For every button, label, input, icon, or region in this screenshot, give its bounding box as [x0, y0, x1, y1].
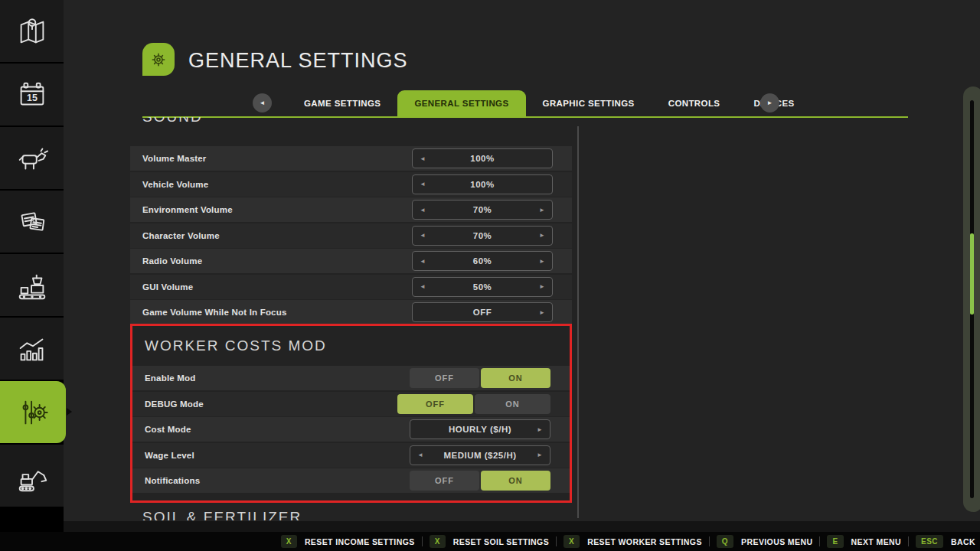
setting-label: Volume Master [142, 154, 207, 163]
debug-mode-toggle: OFF ON [397, 394, 550, 414]
tabs-prev-button[interactable]: ◄ [253, 93, 272, 112]
setting-row-radio-volume[interactable]: Radio Volume ◄ 60% ► [130, 249, 572, 273]
gear-icon [146, 47, 171, 72]
hint-next-menu[interactable]: E NEXT MENU [827, 535, 901, 548]
hint-back[interactable]: ESC BACK [916, 535, 975, 548]
sound-settings-list: Volume Master ◄ 100% Vehicle Volume ◄ 10… [130, 146, 572, 326]
enable-mod-on-button[interactable]: ON [481, 368, 550, 388]
setting-row-cost-mode[interactable]: Cost Mode HOURLY ($/H) ► [132, 417, 570, 442]
setting-row-gui-volume[interactable]: GUI Volume ◄ 50% ► [130, 275, 572, 299]
setting-row-vehicle-volume[interactable]: Vehicle Volume ◄ 100% [130, 172, 572, 197]
hint-label: RESET WORKER SETTINGS [587, 537, 702, 546]
enable-mod-off-button[interactable]: OFF [410, 368, 479, 388]
stepper-decrease-icon[interactable]: ◄ [420, 149, 426, 168]
environment-volume-stepper[interactable]: ◄ 70% ► [412, 200, 553, 220]
calendar-icon: 15 [15, 77, 50, 112]
worker-settings-list: Enable Mod OFF ON DEBUG Mode OFF ON Cost… [132, 366, 570, 494]
tab-game-settings[interactable]: GAME SETTINGS [287, 90, 397, 116]
setting-label: DEBUG Mode [145, 399, 204, 409]
stepper-increase-icon[interactable]: ► [539, 227, 545, 245]
stepper-value: 100% [470, 180, 494, 189]
section-title-soil-fertilizer: SOIL & FERTILIZER [142, 509, 302, 520]
stepper-increase-icon[interactable]: ► [537, 420, 543, 439]
debug-mode-on-button[interactable]: ON [475, 394, 550, 414]
sidebar-item-map[interactable] [0, 0, 64, 62]
hint-reset-income-settings[interactable]: X RESET INCOME SETTINGS [281, 535, 415, 548]
setting-label: Radio Volume [142, 256, 202, 266]
setting-label: Game Volume While Not In Focus [142, 308, 287, 317]
volume-master-stepper[interactable]: ◄ 100% [412, 148, 553, 168]
sidebar-item-construction[interactable] [0, 445, 64, 507]
page-scrollbar[interactable] [963, 86, 980, 512]
setting-label: Vehicle Volume [142, 180, 208, 189]
tab-general-settings[interactable]: GENERAL SETTINGS [397, 90, 525, 116]
stepper-value: MEDIUM ($25/H) [443, 451, 516, 460]
stepper-decrease-icon[interactable]: ◄ [420, 175, 426, 194]
setting-row-character-volume[interactable]: Character Volume ◄ 70% ► [130, 223, 572, 248]
setting-label: Cost Mode [145, 425, 191, 434]
setting-row-environment-volume[interactable]: Environment Volume ◄ 70% ► [130, 197, 572, 222]
setting-row-wage-level[interactable]: Wage Level ◄ MEDIUM ($25/H) ► [132, 443, 570, 468]
stepper-value: 100% [470, 154, 494, 163]
debug-mode-off-button[interactable]: OFF [397, 394, 473, 414]
stepper-value: 70% [473, 231, 492, 240]
gui-volume-stepper[interactable]: ◄ 50% ► [412, 277, 553, 297]
stepper-decrease-icon[interactable]: ◄ [420, 278, 426, 296]
setting-row-debug-mode[interactable]: DEBUG Mode OFF ON [132, 392, 570, 416]
setting-label: GUI Volume [142, 282, 193, 292]
chevron-left-icon: ◄ [260, 99, 266, 106]
soil-section-heading-clipped: SOIL & FERTILIZER [130, 506, 572, 520]
tab-graphic-settings[interactable]: GRAPHIC SETTINGS [526, 90, 652, 116]
cow-icon [15, 141, 50, 176]
hint-reset-worker-settings[interactable]: X RESET WORKER SETTINGS [564, 535, 702, 548]
stepper-value: 50% [473, 282, 492, 292]
stepper-decrease-icon[interactable]: ◄ [420, 227, 426, 245]
keyboard-hint-bar: X RESET INCOME SETTINGS X RESET SOIL SET… [0, 532, 980, 551]
worker-costs-mod-section-highlight: WORKER COSTS MOD Enable Mod OFF ON DEBUG… [130, 324, 572, 503]
setting-row-volume-master[interactable]: Volume Master ◄ 100% [130, 146, 572, 171]
character-volume-stepper[interactable]: ◄ 70% ► [412, 226, 553, 246]
sidebar-item-settings[interactable] [0, 381, 66, 443]
tabs-next-button[interactable]: ► [760, 93, 779, 112]
vehicle-volume-stepper[interactable]: ◄ 100% [412, 174, 553, 194]
key-e-badge: E [827, 535, 843, 548]
sidebar-item-production[interactable] [0, 254, 64, 316]
wage-level-stepper[interactable]: ◄ MEDIUM ($25/H) ► [410, 445, 550, 465]
enable-mod-toggle: OFF ON [410, 368, 550, 388]
sidebar-item-calendar[interactable]: 15 [0, 64, 64, 126]
setting-row-game-volume-focus[interactable]: Game Volume While Not In Focus OFF ► [130, 300, 572, 324]
hint-label: BACK [951, 537, 975, 546]
settings-list-scrollbar-track[interactable] [577, 126, 579, 518]
sidebar: 15 [0, 0, 64, 551]
radio-volume-stepper[interactable]: ◄ 60% ► [412, 251, 553, 271]
stepper-decrease-icon[interactable]: ◄ [417, 446, 423, 465]
stepper-increase-icon[interactable]: ► [539, 303, 545, 321]
setting-row-enable-mod[interactable]: Enable Mod OFF ON [132, 366, 570, 390]
setting-row-notifications[interactable]: Notifications OFF ON [132, 468, 570, 493]
setting-label: Character Volume [142, 231, 220, 240]
cost-mode-stepper[interactable]: HOURLY ($/H) ► [410, 419, 550, 439]
tab-bar: ◄ GAME SETTINGS GENERAL SETTINGS GRAPHIC… [64, 90, 980, 117]
stepper-increase-icon[interactable]: ► [539, 201, 545, 219]
stepper-decrease-icon[interactable]: ◄ [420, 201, 426, 219]
stepper-increase-icon[interactable]: ► [537, 446, 543, 465]
sidebar-item-contracts[interactable] [0, 191, 64, 253]
hint-reset-soil-settings[interactable]: X RESET SOIL SETTINGS [430, 535, 549, 548]
hint-previous-menu[interactable]: Q PREVIOUS MENU [717, 535, 813, 548]
notifications-off-button[interactable]: OFF [410, 471, 479, 491]
page-scrollbar-thumb[interactable] [970, 233, 974, 315]
stepper-increase-icon[interactable]: ► [539, 278, 545, 296]
key-x-badge: X [564, 535, 580, 548]
stepper-decrease-icon[interactable]: ◄ [420, 252, 426, 270]
stepper-increase-icon[interactable]: ► [539, 252, 545, 270]
sidebar-item-statistics[interactable] [0, 318, 64, 380]
notifications-toggle: OFF ON [410, 471, 550, 491]
statistics-icon [15, 331, 50, 367]
setting-label: Notifications [145, 476, 200, 485]
tab-controls[interactable]: CONTROLS [652, 90, 737, 116]
sidebar-item-animals[interactable] [0, 127, 64, 189]
notifications-on-button[interactable]: ON [481, 471, 550, 491]
sound-section-heading-clipped: SOUND [130, 117, 572, 129]
setting-label: Environment Volume [142, 205, 233, 214]
game-volume-focus-stepper[interactable]: OFF ► [412, 302, 553, 322]
